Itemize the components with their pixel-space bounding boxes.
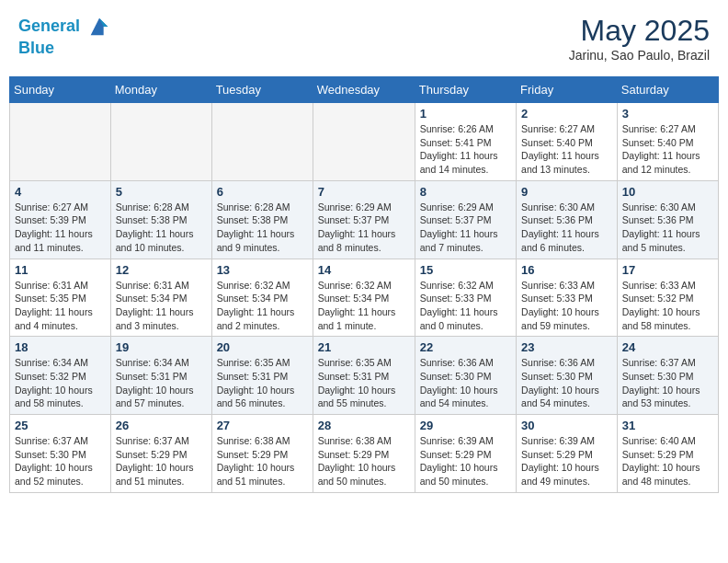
calendar-cell: 14Sunrise: 6:32 AM Sunset: 5:34 PM Dayli… [313, 259, 415, 337]
calendar-cell: 3Sunrise: 6:27 AM Sunset: 5:40 PM Daylig… [617, 103, 718, 181]
calendar-cell: 22Sunrise: 6:36 AM Sunset: 5:30 PM Dayli… [415, 337, 516, 415]
day-info: Sunrise: 6:31 AM Sunset: 5:34 PM Dayligh… [116, 279, 207, 333]
day-number: 27 [217, 419, 308, 432]
weekday-header: Wednesday [313, 77, 415, 103]
day-info: Sunrise: 6:34 AM Sunset: 5:31 PM Dayligh… [116, 356, 207, 410]
calendar-cell: 21Sunrise: 6:35 AM Sunset: 5:31 PM Dayli… [313, 337, 415, 415]
day-number: 17 [622, 263, 713, 277]
day-number: 7 [318, 185, 410, 199]
calendar-cell: 19Sunrise: 6:34 AM Sunset: 5:31 PM Dayli… [110, 337, 211, 415]
day-number: 22 [420, 340, 511, 354]
calendar-week-row: 11Sunrise: 6:31 AM Sunset: 5:35 PM Dayli… [10, 259, 719, 337]
calendar-cell: 28Sunrise: 6:38 AM Sunset: 5:29 PM Dayli… [313, 415, 415, 493]
page-header: General Blue May 2025 Jarinu, Sao Paulo,… [9, 9, 719, 67]
day-number: 12 [116, 263, 207, 277]
calendar-cell: 15Sunrise: 6:32 AM Sunset: 5:33 PM Dayli… [415, 259, 516, 337]
day-info: Sunrise: 6:37 AM Sunset: 5:30 PM Dayligh… [622, 356, 713, 410]
day-info: Sunrise: 6:29 AM Sunset: 5:37 PM Dayligh… [318, 201, 410, 255]
weekday-header: Friday [517, 77, 618, 103]
weekday-header: Sunday [10, 77, 111, 103]
day-info: Sunrise: 6:26 AM Sunset: 5:41 PM Dayligh… [420, 122, 511, 177]
day-info: Sunrise: 6:38 AM Sunset: 5:29 PM Dayligh… [217, 434, 308, 488]
weekday-header-row: SundayMondayTuesdayWednesdayThursdayFrid… [10, 77, 719, 103]
day-number: 16 [521, 263, 612, 277]
day-info: Sunrise: 6:32 AM Sunset: 5:34 PM Dayligh… [318, 279, 410, 333]
calendar-cell: 16Sunrise: 6:33 AM Sunset: 5:33 PM Dayli… [517, 259, 618, 337]
calendar-cell: 18Sunrise: 6:34 AM Sunset: 5:32 PM Dayli… [10, 337, 111, 415]
weekday-header: Tuesday [211, 77, 313, 103]
day-number: 18 [15, 340, 106, 354]
day-info: Sunrise: 6:27 AM Sunset: 5:39 PM Dayligh… [15, 201, 106, 255]
calendar-cell: 7Sunrise: 6:29 AM Sunset: 5:37 PM Daylig… [313, 180, 415, 259]
calendar-cell: 5Sunrise: 6:28 AM Sunset: 5:38 PM Daylig… [110, 180, 211, 259]
calendar-cell: 30Sunrise: 6:39 AM Sunset: 5:29 PM Dayli… [517, 415, 618, 493]
calendar-cell: 20Sunrise: 6:35 AM Sunset: 5:31 PM Dayli… [211, 337, 313, 415]
calendar-cell: 1Sunrise: 6:26 AM Sunset: 5:41 PM Daylig… [415, 103, 516, 181]
day-number: 1 [420, 107, 511, 121]
day-info: Sunrise: 6:40 AM Sunset: 5:29 PM Dayligh… [622, 434, 713, 488]
calendar-cell: 4Sunrise: 6:27 AM Sunset: 5:39 PM Daylig… [10, 180, 111, 259]
day-info: Sunrise: 6:27 AM Sunset: 5:40 PM Dayligh… [521, 122, 612, 177]
day-number: 15 [420, 263, 511, 277]
day-info: Sunrise: 6:36 AM Sunset: 5:30 PM Dayligh… [521, 356, 612, 410]
day-number: 31 [622, 419, 713, 432]
day-number: 11 [15, 263, 106, 277]
weekday-header: Saturday [617, 77, 718, 103]
calendar-cell: 12Sunrise: 6:31 AM Sunset: 5:34 PM Dayli… [110, 259, 211, 337]
calendar-cell: 17Sunrise: 6:33 AM Sunset: 5:32 PM Dayli… [617, 259, 718, 337]
day-number: 13 [217, 263, 308, 277]
day-number: 23 [521, 340, 612, 354]
calendar-cell: 24Sunrise: 6:37 AM Sunset: 5:30 PM Dayli… [617, 337, 718, 415]
day-number: 5 [116, 185, 207, 199]
day-number: 9 [521, 185, 612, 199]
day-number: 6 [217, 185, 308, 199]
day-info: Sunrise: 6:38 AM Sunset: 5:29 PM Dayligh… [318, 434, 410, 488]
calendar-week-row: 25Sunrise: 6:37 AM Sunset: 5:30 PM Dayli… [10, 415, 719, 493]
calendar-cell: 23Sunrise: 6:36 AM Sunset: 5:30 PM Dayli… [517, 337, 618, 415]
day-info: Sunrise: 6:33 AM Sunset: 5:33 PM Dayligh… [521, 279, 612, 333]
calendar-cell [10, 103, 111, 181]
calendar-cell: 11Sunrise: 6:31 AM Sunset: 5:35 PM Dayli… [10, 259, 111, 337]
calendar-cell: 31Sunrise: 6:40 AM Sunset: 5:29 PM Dayli… [617, 415, 718, 493]
day-info: Sunrise: 6:28 AM Sunset: 5:38 PM Dayligh… [217, 201, 308, 255]
day-info: Sunrise: 6:33 AM Sunset: 5:32 PM Dayligh… [622, 279, 713, 333]
day-number: 30 [521, 419, 612, 432]
day-info: Sunrise: 6:28 AM Sunset: 5:38 PM Dayligh… [116, 201, 207, 255]
day-info: Sunrise: 6:35 AM Sunset: 5:31 PM Dayligh… [217, 356, 308, 410]
calendar-cell [110, 103, 211, 181]
day-info: Sunrise: 6:35 AM Sunset: 5:31 PM Dayligh… [318, 356, 410, 410]
day-info: Sunrise: 6:27 AM Sunset: 5:40 PM Dayligh… [622, 122, 713, 177]
calendar-cell: 9Sunrise: 6:30 AM Sunset: 5:36 PM Daylig… [517, 180, 618, 259]
calendar-cell: 2Sunrise: 6:27 AM Sunset: 5:40 PM Daylig… [517, 103, 618, 181]
day-info: Sunrise: 6:37 AM Sunset: 5:30 PM Dayligh… [15, 434, 106, 488]
day-info: Sunrise: 6:32 AM Sunset: 5:33 PM Dayligh… [420, 279, 511, 333]
day-info: Sunrise: 6:39 AM Sunset: 5:29 PM Dayligh… [420, 434, 511, 488]
calendar-cell: 10Sunrise: 6:30 AM Sunset: 5:36 PM Dayli… [617, 180, 718, 259]
day-number: 25 [15, 419, 106, 432]
calendar-table: SundayMondayTuesdayWednesdayThursdayFrid… [9, 76, 719, 493]
day-number: 14 [318, 263, 410, 277]
calendar-cell: 6Sunrise: 6:28 AM Sunset: 5:38 PM Daylig… [211, 180, 313, 259]
day-info: Sunrise: 6:31 AM Sunset: 5:35 PM Dayligh… [15, 279, 106, 333]
day-number: 26 [116, 419, 207, 432]
day-info: Sunrise: 6:30 AM Sunset: 5:36 PM Dayligh… [622, 201, 713, 255]
day-number: 4 [15, 185, 106, 199]
day-info: Sunrise: 6:37 AM Sunset: 5:29 PM Dayligh… [116, 434, 207, 488]
title-block: May 2025 Jarinu, Sao Paulo, Brazil [569, 14, 710, 63]
calendar-week-row: 18Sunrise: 6:34 AM Sunset: 5:32 PM Dayli… [10, 337, 719, 415]
calendar-cell: 27Sunrise: 6:38 AM Sunset: 5:29 PM Dayli… [211, 415, 313, 493]
calendar-cell: 13Sunrise: 6:32 AM Sunset: 5:34 PM Dayli… [211, 259, 313, 337]
day-number: 3 [622, 107, 713, 121]
weekday-header: Monday [110, 77, 211, 103]
day-number: 28 [318, 419, 410, 432]
calendar-cell [313, 103, 415, 181]
day-number: 19 [116, 340, 207, 354]
logo-icon [86, 14, 112, 40]
day-info: Sunrise: 6:32 AM Sunset: 5:34 PM Dayligh… [217, 279, 308, 333]
weekday-header: Thursday [415, 77, 516, 103]
day-number: 8 [420, 185, 511, 199]
calendar-cell: 26Sunrise: 6:37 AM Sunset: 5:29 PM Dayli… [110, 415, 211, 493]
logo-general: General [18, 17, 80, 35]
day-info: Sunrise: 6:29 AM Sunset: 5:37 PM Dayligh… [420, 201, 511, 255]
calendar-cell [211, 103, 313, 181]
